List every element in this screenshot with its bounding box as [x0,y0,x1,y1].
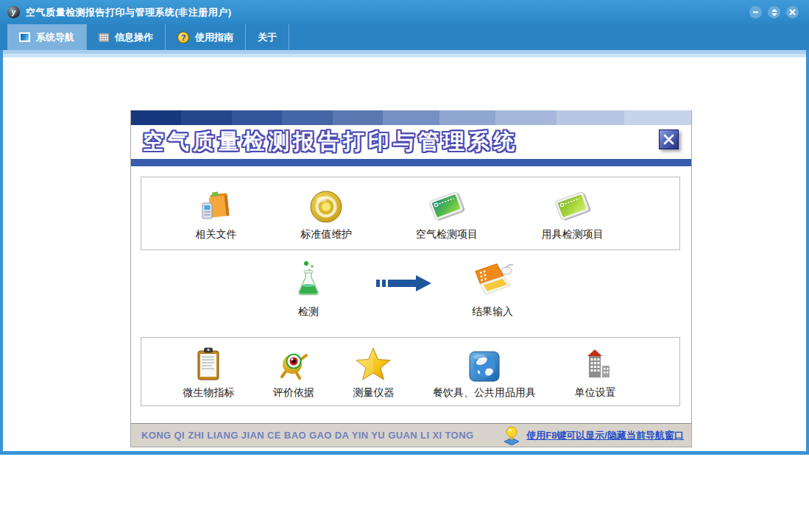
nav-item-related-files[interactable]: 相关文件 [195,185,236,241]
nav-item-label: 标准值维护 [300,228,352,241]
nav-item-detect[interactable]: 检测 [275,260,342,319]
monitor-icon [19,32,30,42]
flow-arrow-icon [376,274,432,293]
air-test-card-icon [425,187,468,224]
nav-item-label: 检测 [298,305,319,319]
tab-label: 信息操作 [115,31,153,44]
eye-creature-icon [276,347,311,382]
panel-body: 相关文件 [131,166,691,423]
navigation-panel: 空气质量检测报告打印与管理系统 [130,110,692,447]
flask-icon [292,260,325,299]
nav-item-unit-settings[interactable]: 单位设置 [575,344,616,400]
grid-icon [99,33,109,42]
tab-about[interactable]: 关于 [246,24,289,50]
target-rings-icon [309,190,343,224]
app-icon: y [7,6,20,18]
restore-icon [771,9,778,16]
tab-user-guide[interactable]: ? 使用指南 [166,24,246,50]
nav-item-label: 餐饮具、公共用品用具 [433,386,536,400]
nav-item-tool-test-items[interactable]: 用具检测项目 [542,185,604,241]
panel-status-bar: KONG QI ZHI LIANG JIAN CE BAO GAO DA YIN… [131,423,691,447]
nav-item-label: 用具检测项目 [542,228,604,241]
close-button[interactable] [786,6,799,18]
nav-item-result-input[interactable]: 结果输入 [459,260,526,319]
panel-gradient-bar [131,110,691,125]
tab-system-navigation[interactable]: 系统导航 [7,24,87,50]
nav-item-label: 微生物指标 [183,386,234,400]
close-x-icon [663,134,674,145]
nav-item-label: 评价依据 [273,386,314,400]
nav-item-label: 单位设置 [575,386,616,400]
desktop: y 空气质量检测报告打印与管理系统(非注册用户) [0,0,809,532]
content-top-strip [3,50,806,57]
f8-hint-link[interactable]: 使用F8键可以显示/隐藏当前导航窗口 [503,426,684,445]
tab-label: 系统导航 [36,31,74,44]
star-icon [355,347,392,382]
f8-hint-text: 使用F8键可以显示/隐藏当前导航窗口 [526,429,684,442]
nav-item-label: 测量仪器 [353,386,394,400]
panel-divider [131,159,691,166]
nav-item-label: 空气检测项目 [416,228,478,241]
tab-info-operations[interactable]: 信息操作 [87,24,166,50]
pinyin-text: KONG QI ZHI LIANG JIAN CE BAO GAO DA YIN… [141,430,473,441]
nav-item-standard-value[interactable]: 标准值维护 [300,185,352,241]
panel-title: 空气质量检测报告打印与管理系统 [143,127,518,157]
nav-item-tableware-public-items[interactable]: 餐饮具、公共用品用具 [433,344,536,400]
tool-test-card-icon [551,187,594,224]
flow-arrow [376,274,432,296]
window-bottom-border [0,451,809,455]
nav-item-label: 结果输入 [472,305,513,319]
group-box-top: 相关文件 [141,177,680,250]
panel-close-button[interactable] [659,130,679,149]
tab-label: 使用指南 [195,31,233,44]
window-title: 空气质量检测报告打印与管理系统(非注册用户) [26,6,232,19]
window-controls [749,6,809,18]
buildings-icon [579,347,612,382]
minimize-icon [752,9,759,15]
laptop-input-icon [470,260,515,299]
restore-button[interactable] [768,6,780,18]
nav-item-label: 相关文件 [195,228,236,241]
nav-item-air-test-items[interactable]: 空气检测项目 [416,185,478,241]
clipboard-icon [194,347,223,382]
nav-item-measuring-instruments[interactable]: 测量仪器 [353,344,394,400]
panel-title-row: 空气质量检测报告打印与管理系统 [131,125,691,159]
minimize-button[interactable] [749,6,762,18]
titlebar: y 空气质量检测报告打印与管理系统(非注册用户) [0,0,809,24]
bulb-icon [503,426,520,445]
folder-files-icon [197,188,234,224]
group-box-bottom: 微生物指标 [141,337,680,406]
tab-label: 关于 [258,31,277,44]
globe-icon [469,351,500,382]
help-icon: ? [177,32,189,43]
nav-item-microbial-index[interactable]: 微生物指标 [183,344,234,400]
close-icon [789,9,796,15]
tab-bar: 系统导航 信息操作 ? 使用指南 关于 [0,24,809,50]
nav-item-evaluation-basis[interactable]: 评价依据 [273,344,314,400]
